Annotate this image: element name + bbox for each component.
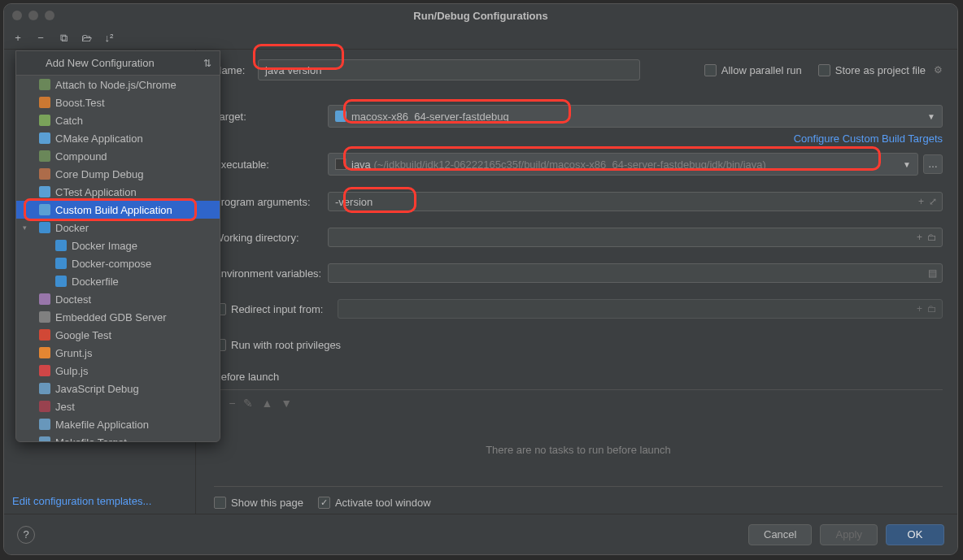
folder-icon[interactable]: 🗀 — [927, 232, 937, 243]
config-type-icon — [39, 204, 50, 215]
config-type-icon — [39, 419, 50, 430]
popup-item[interactable]: CMake Application — [16, 129, 220, 147]
config-type-icon — [55, 240, 67, 251]
root-privileges-checkbox[interactable]: Run with root privileges — [214, 339, 341, 351]
config-form: Name: java version Allow parallel run St… — [196, 50, 957, 514]
popup-item[interactable]: Docker-compose — [16, 254, 220, 272]
add-configuration-popup: Add New Configuration ⇅ Attach to Node.j… — [15, 50, 220, 442]
working-dir-label: Working directory: — [214, 232, 328, 244]
edit-task-icon: ✎ — [243, 397, 253, 410]
env-vars-input[interactable]: ▤ — [328, 263, 943, 283]
browse-executable-button[interactable]: … — [923, 154, 943, 174]
move-down-icon: ▼ — [281, 397, 292, 410]
popup-item[interactable]: Grunt.js — [16, 344, 220, 362]
popup-item[interactable]: Attach to Node.js/Chrome — [16, 76, 220, 93]
config-type-icon — [39, 365, 50, 376]
run-debug-configurations-dialog: Run/Debug Configurations + − ⧉ 🗁 ↓² Edit… — [3, 3, 958, 555]
chevron-down-icon: ▼ — [927, 112, 935, 121]
popup-item-label: Custom Build Application — [55, 204, 172, 216]
redirect-input-field: + 🗀 — [338, 299, 943, 319]
list-icon[interactable]: ▤ — [928, 267, 937, 279]
popup-item[interactable]: ▾Docker — [16, 219, 220, 237]
config-type-icon — [39, 186, 50, 198]
popup-item-label: Catch — [55, 115, 83, 127]
config-type-icon — [39, 401, 50, 412]
cancel-button[interactable]: Cancel — [748, 524, 812, 545]
edit-templates-link[interactable]: Edit configuration templates... — [12, 495, 151, 507]
config-type-icon — [39, 329, 50, 341]
popup-item-label: Makefile Application — [55, 419, 149, 431]
popup-item-label: JavaScript Debug — [55, 383, 139, 395]
program-args-label: Program arguments: — [214, 196, 328, 208]
show-page-checkbox[interactable]: Show this page — [214, 497, 303, 509]
popup-item-label: CTest Application — [55, 186, 137, 198]
target-label: Target: — [214, 111, 328, 123]
popup-item-label: Core Dump Debug — [55, 168, 143, 180]
titlebar: Run/Debug Configurations — [4, 4, 957, 27]
popup-item[interactable]: Gulp.js — [16, 362, 220, 380]
config-type-icon — [39, 150, 50, 162]
popup-item[interactable]: JavaScript Debug — [16, 380, 220, 397]
divider — [214, 389, 943, 390]
popup-item[interactable]: Core Dump Debug — [16, 165, 220, 183]
popup-item[interactable]: Jest — [16, 397, 220, 415]
working-dir-input[interactable]: + 🗀 — [328, 228, 943, 247]
allow-parallel-checkbox[interactable]: Allow parallel run — [704, 64, 802, 76]
copy-config-icon[interactable]: ⧉ — [56, 31, 71, 46]
popup-item[interactable]: Makefile Application — [16, 415, 220, 433]
popup-item[interactable]: CTest Application — [16, 183, 220, 201]
config-type-icon — [39, 347, 50, 358]
gear-icon[interactable]: ⚙ — [934, 64, 943, 76]
popup-item-label: Docker — [55, 222, 89, 234]
before-launch-empty: There are no tasks to run before launch — [214, 413, 943, 486]
redirect-input-checkbox[interactable]: Redirect input from: — [214, 303, 338, 315]
activate-tool-checkbox[interactable]: Activate tool window — [318, 497, 431, 509]
popup-item[interactable]: Dockerfile — [16, 272, 220, 290]
save-config-icon[interactable]: 🗁 — [79, 31, 94, 46]
config-type-icon — [39, 383, 50, 394]
popup-header: Add New Configuration ⇅ — [16, 51, 220, 76]
target-select[interactable]: macosx-x86_64-server-fastdebug ▼ — [328, 105, 943, 128]
filter-icon[interactable]: ⇅ — [203, 58, 211, 69]
add-config-icon[interactable]: + — [11, 31, 25, 46]
configure-targets-link[interactable]: Configure Custom Build Targets — [794, 132, 943, 145]
popup-item[interactable]: Embedded GDB Server — [16, 308, 220, 326]
sort-config-icon[interactable]: ↓² — [102, 31, 116, 46]
popup-item-label: Google Test — [55, 329, 111, 341]
popup-item[interactable]: Docker Image — [16, 237, 220, 254]
store-as-file-checkbox[interactable]: Store as project file ⚙ — [818, 64, 943, 76]
move-up-icon: ▲ — [261, 397, 272, 410]
remove-config-icon[interactable]: − — [33, 31, 48, 46]
popup-list[interactable]: Attach to Node.js/ChromeBoost.TestCatchC… — [16, 76, 220, 441]
insert-macro-icon[interactable]: + — [917, 232, 922, 243]
config-type-icon — [39, 79, 50, 90]
popup-item-label: Docker Image — [72, 240, 137, 252]
popup-item[interactable]: Compound — [16, 147, 220, 165]
executable-select[interactable]: java (~/jdkbuild/jdk12-06222165c35f/buil… — [328, 153, 918, 176]
popup-item-label: Compound — [55, 150, 107, 163]
terminal-icon — [335, 158, 346, 170]
insert-macro-icon[interactable]: + — [918, 196, 924, 207]
config-type-icon — [39, 311, 50, 323]
popup-item-label: Boost.Test — [55, 97, 105, 109]
help-button[interactable]: ? — [17, 526, 35, 544]
config-type-icon — [39, 293, 50, 305]
popup-item[interactable]: Catch — [16, 111, 220, 129]
chevron-down-icon[interactable]: ▾ — [23, 224, 27, 232]
popup-item[interactable]: Boost.Test — [16, 93, 220, 111]
program-args-input[interactable]: -version + ⤢ — [328, 192, 943, 211]
env-vars-label: Environment variables: — [214, 267, 328, 280]
popup-item-label: Grunt.js — [55, 347, 93, 359]
folder-icon: 🗀 — [927, 303, 937, 315]
dialog-footer: ? Cancel Apply OK — [4, 514, 957, 554]
popup-item[interactable]: Custom Build Application — [16, 201, 220, 219]
popup-item[interactable]: Makefile Target — [16, 433, 220, 441]
name-input[interactable]: java version — [258, 59, 640, 80]
toolbar: + − ⧉ 🗁 ↓² — [4, 27, 957, 50]
ok-button[interactable]: OK — [886, 524, 944, 545]
expand-field-icon[interactable]: ⤢ — [929, 196, 937, 207]
popup-item-label: Doctest — [55, 293, 91, 306]
remove-task-icon: − — [229, 397, 235, 410]
popup-item[interactable]: Google Test — [16, 326, 220, 344]
popup-item[interactable]: Doctest — [16, 290, 220, 308]
